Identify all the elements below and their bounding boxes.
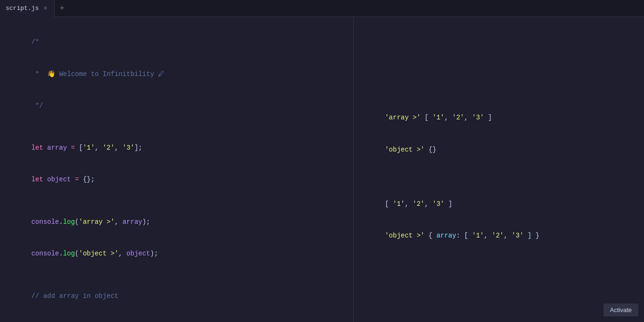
output-line-3 xyxy=(361,165,636,176)
output-pane: 'array >' [ '1', '2', '3' ] 'object >' {… xyxy=(354,17,644,322)
tab-close-icon[interactable]: × xyxy=(42,4,48,13)
code-line-11: // add array in object xyxy=(8,280,346,312)
code-line-12: object.array = array; xyxy=(8,312,346,322)
tab-add-button[interactable]: + xyxy=(55,0,70,17)
tab-label: script.js xyxy=(6,5,39,12)
inline-comment: // add array in object xyxy=(31,292,118,300)
comment-end: */ xyxy=(31,102,43,110)
editor-pane[interactable]: /* * 👋 Welcome to Infinitbility 🖊 */ let… xyxy=(0,17,354,322)
code-line-2: * 👋 Welcome to Infinitbility 🖊 xyxy=(8,58,346,90)
code-line-10 xyxy=(8,270,346,280)
code-line-7 xyxy=(8,195,346,206)
code-line-1: /* xyxy=(8,26,346,58)
output-line-4: [ '1', '2', '3' ] xyxy=(361,188,636,220)
keyword-let-1: let xyxy=(31,144,43,152)
code-line-8: console.log('array >', array); xyxy=(8,206,346,238)
var-array: array xyxy=(47,144,67,152)
activate-button[interactable]: Activate xyxy=(603,304,638,316)
tab-script[interactable]: script.js × xyxy=(0,0,55,17)
comment-start: /* xyxy=(31,38,39,46)
comment-welcome: * 👋 Welcome to Infinitbility 🖊 xyxy=(31,70,165,78)
code-line-9: console.log('object >', object); xyxy=(8,238,346,270)
output-line-5: 'object >' { array: [ '1', '2', '3' ] } xyxy=(361,220,636,252)
tab-bar: script.js × + xyxy=(0,0,644,17)
keyword-let-2: let xyxy=(31,176,43,183)
code-line-6: let object = {}; xyxy=(8,164,346,195)
code-line-5: let array = ['1', '2', '3']; xyxy=(8,132,346,164)
var-object: object xyxy=(47,176,71,183)
main-content: /* * 👋 Welcome to Infinitbility 🖊 */ let… xyxy=(0,17,644,322)
code-line-3: */ xyxy=(8,90,346,121)
output-line-2: 'object >' {} xyxy=(361,134,636,165)
code-line-4 xyxy=(8,122,346,132)
output-line-1: 'array >' [ '1', '2', '3' ] xyxy=(361,102,636,134)
